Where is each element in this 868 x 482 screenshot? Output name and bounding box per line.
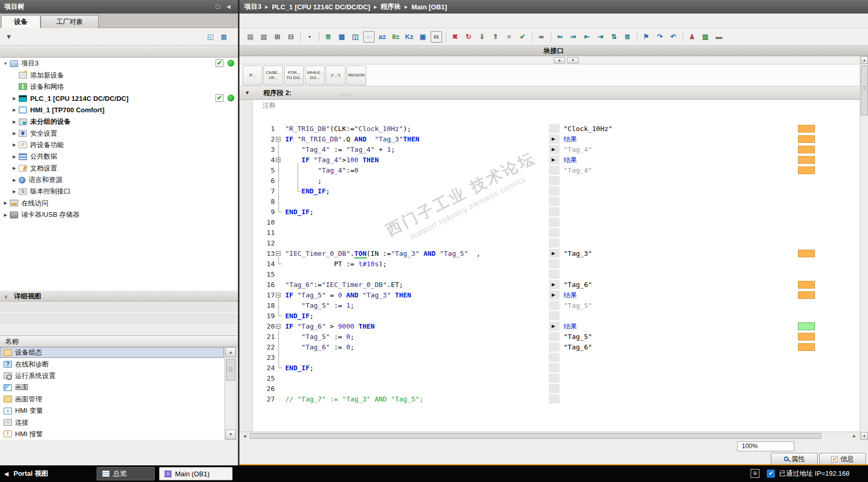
code-line[interactable]: PT := t#10s); [285, 259, 387, 269]
favorites-icon[interactable]: ▣ [417, 31, 429, 43]
code-line[interactable]: END_IF; [285, 311, 314, 321]
code-line[interactable]: "IEC_Timer_0_DB".TON(IN :="Tag_3" AND "T… [285, 249, 480, 259]
details-item-connections[interactable]: 连接 [0, 416, 224, 428]
split-editor-icon[interactable]: ◫ [350, 31, 361, 43]
tree-item-devices-networks[interactable]: 设备和网络 [0, 81, 238, 93]
indent-icon[interactable]: ⇥ [595, 31, 606, 43]
snippet-button-while[interactable]: WHILE..DO... [305, 66, 325, 85]
snippet-button-case[interactable]: CASE...OF... [263, 66, 283, 85]
call-structure-icon[interactable]: ▥ [700, 31, 711, 43]
expand-closed-icon[interactable]: ▶ [11, 142, 18, 147]
scroll-right-icon[interactable]: ▶ [850, 433, 859, 439]
fold-collapse-icon[interactable] [276, 293, 281, 297]
tree-item-add-new-device[interactable]: 添加新设备 [0, 69, 238, 81]
expand-closed-icon[interactable]: ▶ [11, 120, 18, 124]
network-comment-placeholder[interactable]: ..... [339, 89, 354, 97]
expand-closed-icon[interactable]: ▶ [11, 96, 18, 101]
previous-bookmark-icon[interactable]: ↶ [667, 31, 679, 43]
tree-item-plc1[interactable]: ▶PLC_1 [CPU 1214C DC/DC/DC]✔ [0, 93, 238, 104]
goto-next-icon[interactable]: ⇒ [568, 31, 579, 43]
code-line[interactable]: IF "Tag_5" = 0 AND "Tag_3" THEN [285, 290, 411, 301]
constant-representation-icon[interactable]: K± [404, 31, 415, 43]
monitor-operand[interactable]: 结果 [564, 290, 577, 301]
monitor-operand[interactable]: 结果 [564, 321, 577, 332]
taskbar-tab-main-ob1[interactable]: ≡Main (OB1) [159, 467, 233, 480]
comments-icon[interactable]: ⋯ [363, 31, 375, 43]
monitor-operand[interactable]: "Tag_6" [564, 342, 592, 353]
scroll-up-icon[interactable]: ▲ [861, 56, 868, 64]
monitor-value-cell[interactable] [798, 135, 815, 143]
tree-item-hmi1[interactable]: ▶HMI_1 [TP700 Comfort] [0, 105, 238, 116]
expand-closed-icon[interactable]: ▶ [11, 131, 18, 136]
snippet-button-if[interactable]: IF... [243, 66, 262, 85]
scroll-down-icon[interactable]: ▼ [861, 432, 868, 440]
cross-reference-icon[interactable]: ♟ [686, 31, 698, 43]
breadcrumb-item[interactable]: Main [OB1] [411, 3, 447, 11]
code-line[interactable]: "Tag_5" := 1; [285, 301, 354, 311]
block-interface-bar[interactable]: 块接口 [239, 46, 868, 56]
monitor-value-cell[interactable] [798, 125, 815, 133]
compile-icon[interactable]: ≡ [503, 31, 515, 43]
monitor-value-cell[interactable] [798, 281, 815, 289]
binary-display-icon[interactable]: 01 [431, 31, 442, 43]
maximize-panel-icon[interactable]: ◱ [205, 31, 216, 42]
code-line[interactable]: "Tag_5" := 0; [285, 332, 354, 342]
download-to-device-icon[interactable]: ⇓ [476, 31, 488, 43]
code-line[interactable]: "Tag_6" := 0; [285, 342, 354, 353]
monitoring-icon[interactable]: ∞ [536, 31, 547, 43]
scroll-up-icon[interactable]: ▲ [225, 347, 236, 357]
monitor-value-cell[interactable] [798, 156, 815, 164]
monitor-value-cell[interactable] [798, 322, 815, 330]
inspector-tab-info[interactable]: 信息 [819, 453, 866, 464]
monitor-operand[interactable]: "Tag_5" [564, 301, 592, 311]
collapse-panel-icon[interactable]: ◀ [226, 0, 231, 14]
absolute-operands-icon[interactable]: ≣ [323, 31, 334, 43]
inspector-tab-properties[interactable]: 属性 [771, 453, 818, 464]
details-item-hmi-tags[interactable]: HMI 变量 [0, 405, 224, 416]
insert-network-icon[interactable]: ▤ [245, 31, 256, 43]
disconnect-online-icon[interactable]: ✖ [449, 31, 461, 43]
monitor-value-cell[interactable] [798, 146, 815, 153]
tree-item-project[interactable]: ▼项目3✔ [0, 58, 238, 69]
code-line[interactable]: IF "R_TRIG_DB".Q AND "Tag_3"THEN [285, 134, 419, 145]
code-line[interactable]: END_IF; [285, 186, 330, 197]
tree-item-security-settings[interactable]: ▶安全设置 [0, 127, 238, 139]
scroll-left-icon[interactable]: ◀ [241, 433, 249, 439]
show-windows-icon[interactable]: ⊞ [751, 469, 759, 478]
code-line[interactable]: "Tag_4" := "Tag_4" + 1; [285, 145, 395, 155]
taskbar-tab-overview[interactable]: 总览 [97, 467, 155, 480]
monitor-operand[interactable]: "Clock_10Hz" [564, 124, 612, 134]
monitor-operand[interactable]: "Tag_4" [564, 165, 592, 176]
code-line[interactable]: "Tag_4":=0 [285, 165, 358, 176]
monitor-value-cell[interactable] [798, 343, 815, 351]
zoom-control[interactable]: 100% [737, 441, 794, 451]
portal-view-button[interactable]: Portal 视图 [14, 465, 48, 482]
monitor-operand[interactable]: "Tag_5" [564, 332, 592, 342]
code-line[interactable]: "Tag_6":="IEC_Timer_0_DB".ET; [285, 280, 403, 290]
monitor-operand[interactable]: 结果 [564, 155, 577, 165]
breadcrumb-item[interactable]: PLC_1 [CPU 1214C DC/DC/DC] [272, 3, 370, 11]
filter-tree-icon[interactable]: ▼ [3, 31, 15, 42]
details-scrollbar[interactable]: ▲ ▼ [224, 347, 236, 440]
bookmark-icon[interactable]: ⚑ [640, 31, 652, 43]
tree-item-ungrouped-devices[interactable]: ▶未分组的设备 [0, 116, 238, 127]
expand-open-icon[interactable]: ▼ [2, 61, 9, 66]
symbol-window-icon[interactable]: ▦ [336, 31, 348, 43]
vertical-scrollbar[interactable]: ▲ ▼ [860, 56, 868, 440]
tree-item-card-reader[interactable]: ▶读卡器/USB 存储器 [0, 209, 238, 220]
tree-item-online-access[interactable]: ▶在线访问 [0, 198, 238, 209]
tab-plant-objects[interactable]: 工厂对象 [41, 15, 99, 28]
details-item-screen-management[interactable]: 画面管理 [0, 394, 224, 405]
monitor-value-cell[interactable] [798, 166, 815, 174]
code-line[interactable]: ; [285, 176, 322, 186]
fold-collapse-icon[interactable] [276, 324, 281, 329]
collapse-networks-icon[interactable]: ⊟ [285, 31, 297, 43]
code-line[interactable]: END_IF; [285, 207, 314, 217]
tab-devices[interactable]: 设备 [1, 15, 41, 28]
code-line[interactable]: IF "Tag_6" > 9000 THEN [285, 321, 375, 332]
upload-from-device-icon[interactable]: ⇑ [490, 31, 501, 43]
breadcrumb-item[interactable]: 项目3 [244, 2, 261, 11]
memory-layout-icon[interactable]: ▬ [713, 31, 725, 43]
network-sequence-icon[interactable]: ≣ [622, 31, 633, 43]
tree-item-version-control[interactable]: ▶版本控制接口 [0, 186, 238, 197]
